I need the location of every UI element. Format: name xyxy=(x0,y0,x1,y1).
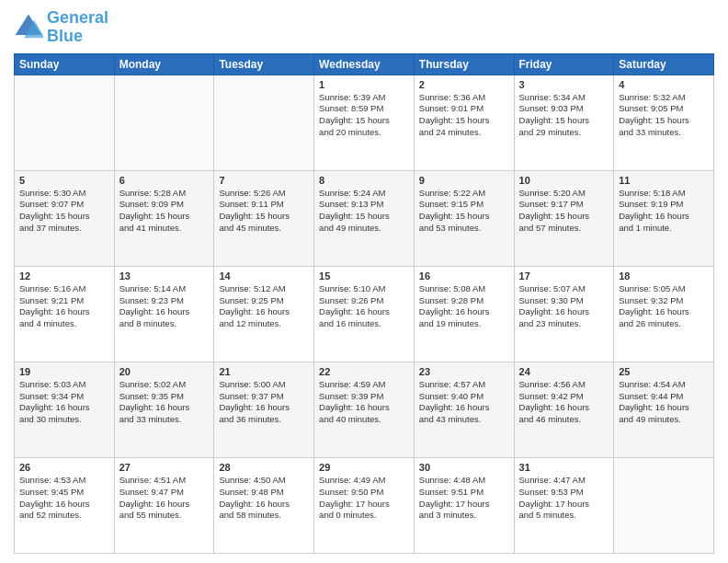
day-number: 10 xyxy=(519,175,609,186)
day-header: Saturday xyxy=(614,53,714,75)
cell-content: Sunrise: 5:18 AM Sunset: 9:19 PM Dayligh… xyxy=(619,188,709,235)
cell-content: Sunrise: 5:08 AM Sunset: 9:28 PM Dayligh… xyxy=(419,283,509,330)
calendar-cell: 10Sunrise: 5:20 AM Sunset: 9:17 PM Dayli… xyxy=(514,170,614,266)
logo: General Blue xyxy=(14,9,108,46)
cell-content: Sunrise: 5:24 AM Sunset: 9:13 PM Dayligh… xyxy=(319,188,409,235)
cell-content: Sunrise: 4:49 AM Sunset: 9:50 PM Dayligh… xyxy=(319,475,409,522)
header-row: SundayMondayTuesdayWednesdayThursdayFrid… xyxy=(15,53,714,75)
logo-text: General Blue xyxy=(47,9,108,46)
calendar-week: 12Sunrise: 5:16 AM Sunset: 9:21 PM Dayli… xyxy=(15,266,714,362)
cell-content: Sunrise: 5:36 AM Sunset: 9:01 PM Dayligh… xyxy=(419,92,509,139)
day-number: 11 xyxy=(619,175,709,186)
day-number: 15 xyxy=(319,270,409,282)
cell-content: Sunrise: 5:07 AM Sunset: 9:30 PM Dayligh… xyxy=(519,283,609,330)
cell-content: Sunrise: 5:32 AM Sunset: 9:05 PM Dayligh… xyxy=(619,92,709,139)
day-number: 3 xyxy=(519,79,609,90)
calendar-cell: 25Sunrise: 4:54 AM Sunset: 9:44 PM Dayli… xyxy=(614,362,714,457)
day-header: Tuesday xyxy=(214,53,314,75)
day-number: 14 xyxy=(219,270,309,282)
day-number: 4 xyxy=(619,79,709,90)
cell-content: Sunrise: 4:47 AM Sunset: 9:53 PM Dayligh… xyxy=(519,475,609,522)
day-number: 19 xyxy=(19,366,109,377)
day-number: 16 xyxy=(419,270,509,282)
calendar-cell: 18Sunrise: 5:05 AM Sunset: 9:32 PM Dayli… xyxy=(614,266,714,362)
calendar-cell xyxy=(214,75,314,170)
day-number: 2 xyxy=(419,79,509,90)
day-number: 18 xyxy=(619,270,709,282)
day-number: 23 xyxy=(419,366,509,377)
calendar-cell: 13Sunrise: 5:14 AM Sunset: 9:23 PM Dayli… xyxy=(114,266,214,362)
day-number: 7 xyxy=(219,175,309,186)
day-number: 13 xyxy=(119,270,210,282)
cell-content: Sunrise: 5:20 AM Sunset: 9:17 PM Dayligh… xyxy=(519,188,609,235)
day-number: 24 xyxy=(519,366,609,377)
calendar-cell: 31Sunrise: 4:47 AM Sunset: 9:53 PM Dayli… xyxy=(514,457,614,553)
day-number: 29 xyxy=(319,462,409,473)
calendar-cell: 24Sunrise: 4:56 AM Sunset: 9:42 PM Dayli… xyxy=(514,362,614,457)
day-header: Monday xyxy=(114,53,214,75)
cell-content: Sunrise: 4:53 AM Sunset: 9:45 PM Dayligh… xyxy=(19,475,109,522)
cell-content: Sunrise: 5:34 AM Sunset: 9:03 PM Dayligh… xyxy=(519,92,609,139)
cell-content: Sunrise: 5:02 AM Sunset: 9:35 PM Dayligh… xyxy=(119,379,210,426)
calendar-cell: 2Sunrise: 5:36 AM Sunset: 9:01 PM Daylig… xyxy=(414,75,514,170)
calendar-cell: 15Sunrise: 5:10 AM Sunset: 9:26 PM Dayli… xyxy=(314,266,415,362)
day-header: Thursday xyxy=(414,53,514,75)
calendar-cell: 26Sunrise: 4:53 AM Sunset: 9:45 PM Dayli… xyxy=(15,457,115,553)
cell-content: Sunrise: 4:57 AM Sunset: 9:40 PM Dayligh… xyxy=(419,379,509,426)
cell-content: Sunrise: 5:39 AM Sunset: 8:59 PM Dayligh… xyxy=(319,92,409,139)
cell-content: Sunrise: 4:59 AM Sunset: 9:39 PM Dayligh… xyxy=(319,379,409,426)
calendar-cell xyxy=(114,75,214,170)
calendar-cell: 7Sunrise: 5:26 AM Sunset: 9:11 PM Daylig… xyxy=(214,170,314,266)
calendar-cell: 17Sunrise: 5:07 AM Sunset: 9:30 PM Dayli… xyxy=(514,266,614,362)
calendar-cell: 14Sunrise: 5:12 AM Sunset: 9:25 PM Dayli… xyxy=(214,266,314,362)
day-number: 21 xyxy=(219,366,309,377)
calendar-cell: 9Sunrise: 5:22 AM Sunset: 9:15 PM Daylig… xyxy=(414,170,514,266)
day-header: Sunday xyxy=(15,53,115,75)
calendar-cell: 6Sunrise: 5:28 AM Sunset: 9:09 PM Daylig… xyxy=(114,170,214,266)
day-number: 25 xyxy=(619,366,709,377)
cell-content: Sunrise: 4:50 AM Sunset: 9:48 PM Dayligh… xyxy=(219,475,309,522)
calendar-cell: 19Sunrise: 5:03 AM Sunset: 9:34 PM Dayli… xyxy=(15,362,115,457)
cell-content: Sunrise: 4:48 AM Sunset: 9:51 PM Dayligh… xyxy=(419,475,509,522)
calendar-cell: 23Sunrise: 4:57 AM Sunset: 9:40 PM Dayli… xyxy=(414,362,514,457)
calendar-table: SundayMondayTuesdayWednesdayThursdayFrid… xyxy=(14,53,714,554)
cell-content: Sunrise: 5:26 AM Sunset: 9:11 PM Dayligh… xyxy=(219,188,309,235)
calendar-cell xyxy=(614,457,714,553)
calendar-cell: 27Sunrise: 4:51 AM Sunset: 9:47 PM Dayli… xyxy=(114,457,214,553)
cell-content: Sunrise: 5:10 AM Sunset: 9:26 PM Dayligh… xyxy=(319,283,409,330)
calendar-week: 19Sunrise: 5:03 AM Sunset: 9:34 PM Dayli… xyxy=(15,362,714,457)
calendar-cell: 21Sunrise: 5:00 AM Sunset: 9:37 PM Dayli… xyxy=(214,362,314,457)
day-number: 1 xyxy=(319,79,409,90)
cell-content: Sunrise: 5:00 AM Sunset: 9:37 PM Dayligh… xyxy=(219,379,309,426)
calendar-cell: 1Sunrise: 5:39 AM Sunset: 8:59 PM Daylig… xyxy=(314,75,415,170)
calendar-cell: 30Sunrise: 4:48 AM Sunset: 9:51 PM Dayli… xyxy=(414,457,514,553)
calendar-cell: 28Sunrise: 4:50 AM Sunset: 9:48 PM Dayli… xyxy=(214,457,314,553)
day-number: 9 xyxy=(419,175,509,186)
calendar-cell: 20Sunrise: 5:02 AM Sunset: 9:35 PM Dayli… xyxy=(114,362,214,457)
calendar-cell: 16Sunrise: 5:08 AM Sunset: 9:28 PM Dayli… xyxy=(414,266,514,362)
cell-content: Sunrise: 5:22 AM Sunset: 9:15 PM Dayligh… xyxy=(419,188,509,235)
calendar-week: 5Sunrise: 5:30 AM Sunset: 9:07 PM Daylig… xyxy=(15,170,714,266)
cell-content: Sunrise: 4:51 AM Sunset: 9:47 PM Dayligh… xyxy=(119,475,210,522)
cell-content: Sunrise: 5:03 AM Sunset: 9:34 PM Dayligh… xyxy=(19,379,109,426)
cell-content: Sunrise: 4:56 AM Sunset: 9:42 PM Dayligh… xyxy=(519,379,609,426)
day-number: 5 xyxy=(19,175,109,186)
day-header: Wednesday xyxy=(314,53,415,75)
calendar-cell xyxy=(15,75,115,170)
day-number: 8 xyxy=(319,175,409,186)
calendar-cell: 11Sunrise: 5:18 AM Sunset: 9:19 PM Dayli… xyxy=(614,170,714,266)
calendar-week: 1Sunrise: 5:39 AM Sunset: 8:59 PM Daylig… xyxy=(15,75,714,170)
calendar-week: 26Sunrise: 4:53 AM Sunset: 9:45 PM Dayli… xyxy=(15,457,714,553)
day-number: 27 xyxy=(119,462,210,473)
day-number: 30 xyxy=(419,462,509,473)
logo-icon xyxy=(14,13,43,42)
day-header: Friday xyxy=(514,53,614,75)
cell-content: Sunrise: 5:05 AM Sunset: 9:32 PM Dayligh… xyxy=(619,283,709,330)
cell-content: Sunrise: 5:14 AM Sunset: 9:23 PM Dayligh… xyxy=(119,283,210,330)
calendar-cell: 29Sunrise: 4:49 AM Sunset: 9:50 PM Dayli… xyxy=(314,457,415,553)
day-number: 17 xyxy=(519,270,609,282)
day-number: 20 xyxy=(119,366,210,377)
day-number: 6 xyxy=(119,175,210,186)
cell-content: Sunrise: 5:12 AM Sunset: 9:25 PM Dayligh… xyxy=(219,283,309,330)
calendar-cell: 3Sunrise: 5:34 AM Sunset: 9:03 PM Daylig… xyxy=(514,75,614,170)
